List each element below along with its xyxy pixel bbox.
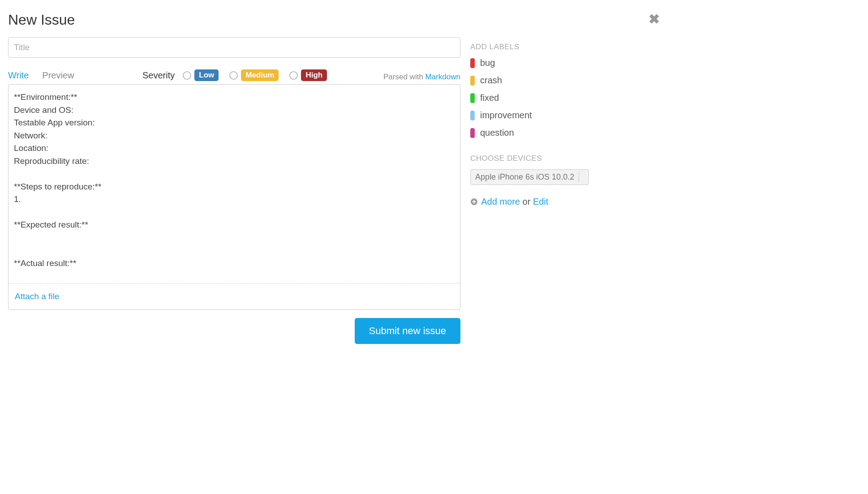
label-text: bug (480, 58, 495, 68)
label-text: crash (480, 75, 502, 86)
radio-icon (183, 71, 191, 80)
device-selected-value: Apple iPhone 6s iOS 10.0.2 (475, 172, 574, 182)
severity-option-high[interactable]: High (289, 69, 327, 81)
devices-heading: CHOOSE DEVICES (470, 154, 660, 163)
label-text: improvement (480, 110, 532, 120)
title-input[interactable] (8, 37, 460, 58)
label-swatch (470, 76, 475, 86)
labels-heading: ADD LABELS (470, 43, 660, 52)
description-textarea[interactable] (9, 85, 460, 281)
parsed-note: Parsed with Markdown (383, 73, 460, 82)
markdown-link[interactable]: Markdown (425, 73, 460, 81)
severity-badge-low: Low (194, 69, 219, 81)
label-swatch (470, 58, 475, 68)
chevron-down-icon (579, 172, 589, 182)
tab-preview[interactable]: Preview (42, 70, 74, 81)
parsed-note-prefix: Parsed with (383, 73, 425, 81)
device-select[interactable]: Apple iPhone 6s iOS 10.0.2 (470, 169, 589, 185)
severity-option-medium[interactable]: Medium (229, 69, 279, 81)
add-more-link[interactable]: Add more (481, 197, 520, 206)
label-text: question (480, 128, 514, 138)
svg-rect-2 (472, 201, 476, 202)
label-text: fixed (480, 93, 499, 103)
plus-circle-icon (470, 197, 480, 206)
label-item-crash[interactable]: crash (470, 75, 660, 86)
radio-icon (289, 71, 298, 80)
devices-actions: Add more or Edit (470, 197, 660, 207)
editor-box: Attach a file (8, 84, 460, 310)
label-swatch (470, 128, 475, 138)
label-item-question[interactable]: question (470, 128, 660, 138)
close-icon[interactable]: ✖ (649, 13, 660, 26)
label-item-improvement[interactable]: improvement (470, 110, 660, 120)
attach-file-link[interactable]: Attach a file (15, 292, 59, 301)
severity-badge-medium: Medium (241, 69, 279, 81)
label-list: bug crash fixed improvement question (470, 58, 660, 138)
page-title: New Issue (8, 12, 660, 28)
label-item-fixed[interactable]: fixed (470, 93, 660, 103)
label-swatch (470, 93, 475, 103)
edit-link[interactable]: Edit (533, 197, 548, 206)
severity-label: Severity (142, 70, 175, 81)
radio-icon (229, 71, 238, 80)
label-swatch (470, 111, 475, 120)
submit-button[interactable]: Submit new issue (355, 318, 460, 344)
severity-badge-high: High (301, 69, 327, 81)
severity-group: Severity Low Medium High (142, 69, 338, 81)
or-text: or (520, 197, 533, 206)
label-item-bug[interactable]: bug (470, 58, 660, 68)
severity-option-low[interactable]: Low (183, 69, 219, 81)
tab-write[interactable]: Write (8, 70, 29, 81)
